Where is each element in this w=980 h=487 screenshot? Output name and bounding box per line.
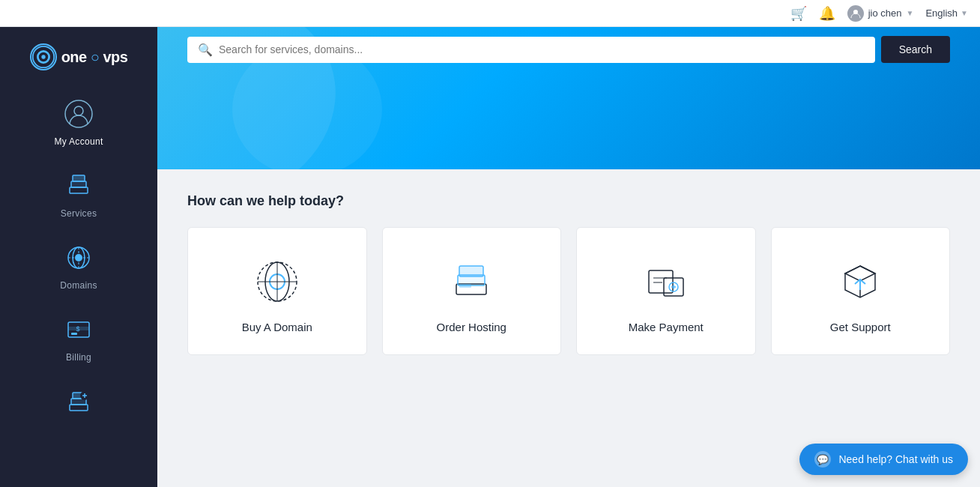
lang-chevron-icon: ▼: [961, 9, 968, 17]
sidebar-item-my-account[interactable]: My Account: [0, 85, 157, 157]
cart-icon[interactable]: 🛒: [790, 5, 807, 22]
search-input-wrap: 🔍: [187, 37, 875, 63]
logo[interactable]: one ○ vps: [30, 34, 128, 85]
sidebar-item-my-account-label: My Account: [54, 136, 103, 147]
username-label: jio chen: [868, 7, 902, 19]
svg-point-5: [74, 106, 83, 115]
sidebar: one ○ vps My Account Servi: [0, 27, 157, 487]
hero-search-bar: 🔍 Search: [187, 36, 950, 63]
svg-rect-6: [70, 187, 88, 193]
user-chevron-icon: ▼: [907, 9, 914, 17]
more-icon: [62, 385, 95, 418]
card-order-hosting[interactable]: Order Hosting: [382, 227, 562, 355]
svg-rect-16: [71, 333, 77, 335]
chat-label: Need help? Chat with us: [838, 453, 953, 465]
search-button[interactable]: Search: [881, 36, 950, 63]
bell-icon[interactable]: 🔔: [819, 5, 835, 22]
card-get-support-label: Get Support: [830, 321, 891, 333]
language-selector[interactable]: English ▼: [925, 7, 968, 19]
domain-icon: [250, 255, 304, 309]
services-icon: [62, 169, 95, 202]
search-input[interactable]: [219, 43, 865, 55]
language-label: English: [925, 7, 958, 19]
layout: one ○ vps My Account Servi: [0, 27, 980, 487]
card-get-support[interactable]: Get Support: [771, 227, 951, 355]
svg-rect-31: [459, 266, 483, 276]
billing-icon: $: [62, 313, 95, 346]
svg-point-2: [38, 52, 49, 62]
svg-point-1: [32, 46, 53, 67]
topbar: 🛒 🔔 jio chen ▼ English ▼: [0, 0, 980, 27]
chat-bubble-icon: 💬: [814, 451, 831, 468]
sidebar-item-more[interactable]: [0, 373, 157, 435]
sidebar-item-services[interactable]: Services: [0, 157, 157, 229]
svg-rect-7: [71, 181, 86, 187]
chat-widget[interactable]: 💬 Need help? Chat with us: [799, 444, 968, 475]
card-buy-domain[interactable]: Buy A Domain: [187, 227, 367, 355]
card-order-hosting-label: Order Hosting: [437, 321, 506, 333]
avatar: [847, 5, 864, 22]
svg-text:$: $: [76, 325, 79, 333]
user-menu[interactable]: jio chen ▼: [847, 5, 914, 22]
svg-point-3: [41, 55, 45, 58]
payment-icon: [639, 255, 693, 309]
sidebar-item-domains-label: Domains: [60, 280, 97, 291]
logo-icon: [30, 43, 57, 70]
sidebar-item-billing-label: Billing: [66, 352, 91, 363]
sidebar-item-domains[interactable]: Domains: [0, 229, 157, 301]
cards-grid: Buy A Domain Order Hosting: [187, 227, 950, 355]
domains-icon: [62, 241, 95, 274]
sidebar-item-billing[interactable]: $ Billing: [0, 301, 157, 373]
svg-rect-18: [70, 405, 88, 411]
account-icon: [62, 97, 95, 130]
card-make-payment-label: Make Payment: [629, 321, 704, 333]
svg-rect-8: [73, 175, 85, 181]
section-title: How can we help today?: [187, 193, 950, 209]
support-icon: [833, 255, 887, 309]
content-area: How can we help today? Buy A Domain: [157, 169, 980, 487]
search-icon: 🔍: [198, 43, 213, 57]
logo-text: one ○ vps: [61, 49, 128, 66]
hero-banner: 🔍 Search: [157, 27, 980, 169]
main-content: 🔍 Search How can we help today?: [157, 27, 980, 487]
card-make-payment[interactable]: Make Payment: [576, 227, 756, 355]
svg-rect-32: [459, 284, 471, 288]
card-buy-domain-label: Buy A Domain: [242, 321, 312, 333]
sidebar-item-services-label: Services: [61, 208, 97, 219]
hosting-icon: [444, 255, 498, 309]
svg-rect-33: [649, 270, 673, 293]
